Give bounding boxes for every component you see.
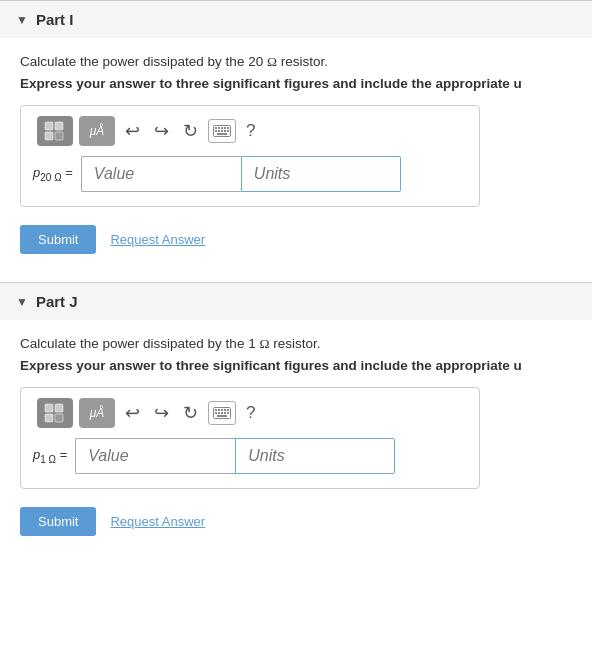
svg-rect-22 (218, 409, 220, 411)
svg-rect-16 (45, 404, 53, 412)
part-i-submit-button[interactable]: Submit (20, 225, 96, 254)
part-j-input-row: p1 Ω = (33, 438, 467, 474)
svg-rect-6 (218, 127, 220, 129)
svg-rect-25 (227, 409, 229, 411)
svg-rect-10 (215, 130, 217, 132)
part-i-instruction: Express your answer to three significant… (20, 76, 572, 91)
part-j-unit-icon-button[interactable]: μÅ (79, 398, 115, 428)
redo-button[interactable]: ↪ (150, 118, 173, 144)
svg-rect-21 (215, 409, 217, 411)
part-j-unit-label: μÅ (90, 406, 105, 420)
part-j-input-label: p1 Ω = (33, 447, 67, 465)
part-i-question: Calculate the power dissipated by the 20… (20, 54, 572, 70)
svg-rect-30 (227, 412, 229, 414)
part-j-header[interactable]: ▼ Part J (0, 283, 592, 320)
unit-label: μÅ (90, 124, 105, 138)
part-i-section: ▼ Part I Calculate the power dissipated … (0, 0, 592, 274)
part-j-instruction: Express your answer to three significant… (20, 358, 572, 373)
svg-rect-9 (227, 127, 229, 129)
part-i-label: Part I (36, 11, 74, 28)
svg-rect-1 (55, 122, 63, 130)
part-i-request-answer-link[interactable]: Request Answer (110, 232, 205, 247)
part-j-request-answer-link[interactable]: Request Answer (110, 514, 205, 529)
part-j-action-row: Submit Request Answer (20, 507, 572, 536)
svg-rect-8 (224, 127, 226, 129)
svg-rect-23 (221, 409, 223, 411)
undo-button[interactable]: ↩ (121, 118, 144, 144)
part-i-input-label: p20 Ω = (33, 165, 73, 183)
svg-rect-5 (215, 127, 217, 129)
part-i-chevron: ▼ (16, 13, 28, 27)
svg-rect-27 (218, 412, 220, 414)
part-j-toolbar: μÅ ↩ ↪ ↻ (33, 398, 467, 428)
part-j-label: Part J (36, 293, 78, 310)
svg-rect-15 (217, 133, 227, 135)
unit-icon-button[interactable]: μÅ (79, 116, 115, 146)
part-i-action-row: Submit Request Answer (20, 225, 572, 254)
svg-rect-3 (55, 132, 63, 140)
grid-icon-button[interactable] (37, 116, 73, 146)
part-i-units-input[interactable] (241, 156, 401, 192)
svg-rect-0 (45, 122, 53, 130)
part-j-help-button[interactable]: ? (242, 401, 259, 425)
svg-rect-7 (221, 127, 223, 129)
svg-rect-11 (218, 130, 220, 132)
svg-rect-19 (55, 414, 63, 422)
part-i-content: Calculate the power dissipated by the 20… (0, 38, 592, 274)
part-i-header[interactable]: ▼ Part I (0, 1, 592, 38)
svg-rect-28 (221, 412, 223, 414)
part-i-input-row: p20 Ω = (33, 156, 467, 192)
part-j-section: ▼ Part J Calculate the power dissipated … (0, 282, 592, 556)
svg-rect-18 (45, 414, 53, 422)
part-j-chevron: ▼ (16, 295, 28, 309)
part-i-value-input[interactable] (81, 156, 241, 192)
part-j-keyboard-button[interactable] (208, 401, 236, 425)
svg-rect-17 (55, 404, 63, 412)
part-j-grid-icon-button[interactable] (37, 398, 73, 428)
part-j-answer-box: μÅ ↩ ↪ ↻ (20, 387, 480, 489)
part-j-undo-button[interactable]: ↩ (121, 400, 144, 426)
svg-rect-2 (45, 132, 53, 140)
svg-rect-13 (224, 130, 226, 132)
svg-rect-26 (215, 412, 217, 414)
svg-rect-12 (221, 130, 223, 132)
part-j-content: Calculate the power dissipated by the 1 … (0, 320, 592, 556)
svg-rect-29 (224, 412, 226, 414)
part-i-toolbar: μÅ ↩ ↪ ↻ (33, 116, 467, 146)
svg-rect-14 (227, 130, 229, 132)
part-j-redo-button[interactable]: ↪ (150, 400, 173, 426)
part-i-answer-box: μÅ ↩ ↪ ↻ (20, 105, 480, 207)
part-j-submit-button[interactable]: Submit (20, 507, 96, 536)
svg-rect-24 (224, 409, 226, 411)
svg-rect-31 (217, 415, 227, 417)
help-button[interactable]: ? (242, 119, 259, 143)
keyboard-button[interactable] (208, 119, 236, 143)
part-j-reset-button[interactable]: ↻ (179, 400, 202, 426)
part-j-value-input[interactable] (75, 438, 235, 474)
part-j-question: Calculate the power dissipated by the 1 … (20, 336, 572, 352)
reset-button[interactable]: ↻ (179, 118, 202, 144)
part-j-units-input[interactable] (235, 438, 395, 474)
